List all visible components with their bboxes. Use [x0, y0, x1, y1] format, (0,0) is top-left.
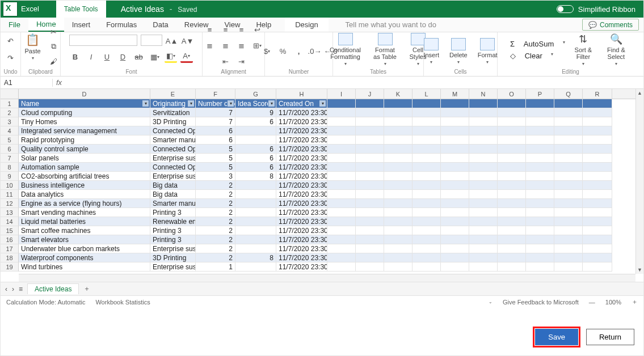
cell[interactable] [441, 163, 469, 172]
table-row[interactable]: 18Waterproof components3D Printing2811/7… [1, 253, 635, 262]
cell[interactable]: Data analytics [19, 190, 150, 199]
cell[interactable] [498, 190, 526, 199]
table-row[interactable]: 16Smart elevatorsPrinting 3211/7/2020 23… [1, 235, 635, 244]
cell[interactable] [554, 154, 583, 163]
save-button[interactable]: Save [535, 329, 578, 345]
cell[interactable] [526, 217, 554, 226]
cell[interactable] [327, 99, 356, 108]
table-row[interactable]: 12Engine as a service (flying hours)Smar… [1, 199, 635, 208]
cell[interactable] [526, 235, 554, 244]
cell[interactable]: 2 [196, 244, 235, 253]
cell[interactable] [356, 244, 384, 253]
table-row[interactable]: 14Liquid metal batteriesRenewable ener21… [1, 217, 635, 226]
cell[interactable]: Servitization [150, 108, 196, 117]
row-header[interactable]: 4 [1, 126, 19, 135]
cell[interactable]: Printing 3 [150, 208, 196, 217]
zoom-in-button[interactable]: ＋ [632, 298, 638, 306]
col-header-P[interactable]: P [526, 89, 554, 99]
cell[interactable] [583, 181, 612, 190]
cell[interactable] [384, 145, 413, 154]
align-middle-button[interactable]: ≡ [220, 23, 232, 36]
cell[interactable]: Engine as a service (flying hours) [19, 199, 150, 208]
cell[interactable]: Smarter manufa [150, 199, 196, 208]
cell[interactable]: Smart vending machines [19, 208, 150, 217]
cell[interactable] [498, 126, 526, 135]
cell[interactable] [441, 172, 469, 181]
col-header-F[interactable]: F [196, 89, 235, 99]
cell[interactable] [384, 253, 413, 262]
cell[interactable] [413, 172, 441, 181]
col-header-K[interactable]: K [384, 89, 413, 99]
cell[interactable] [498, 208, 526, 217]
cell[interactable] [441, 217, 469, 226]
col-header-E[interactable]: E [150, 89, 196, 99]
format-painter-button[interactable]: 🖌 [48, 55, 60, 67]
cell[interactable] [554, 163, 583, 172]
cell[interactable]: 11/7/2020 23:30 [276, 163, 327, 172]
cell[interactable] [327, 154, 356, 163]
cell[interactable] [327, 117, 356, 126]
cell[interactable] [469, 190, 498, 199]
tab-insert[interactable]: Insert [64, 18, 99, 32]
cell[interactable]: 11/7/2020 23:30 [276, 244, 327, 253]
cell[interactable]: Waterproof components [19, 253, 150, 262]
cell[interactable] [469, 226, 498, 235]
cell[interactable] [583, 135, 612, 145]
table-row[interactable]: 7Solar panelsEnterprise susta5611/7/2020… [1, 154, 635, 163]
copy-button[interactable]: ⧉ [48, 40, 60, 53]
cell[interactable]: Liquid metal batteries [19, 217, 150, 226]
table-row[interactable]: 10Business intelligenceBig data211/7/202… [1, 181, 635, 190]
cell[interactable] [583, 117, 612, 126]
cell[interactable]: Connected Oper [150, 126, 196, 135]
cell[interactable] [583, 108, 612, 117]
cell[interactable] [384, 190, 413, 199]
font-size-select[interactable] [141, 35, 162, 46]
cell[interactable] [441, 154, 469, 163]
cell[interactable] [583, 199, 612, 208]
fx-icon[interactable]: fx [53, 78, 65, 87]
cell[interactable] [356, 217, 384, 226]
cell[interactable]: 2 [196, 217, 235, 226]
wrap-text-button[interactable]: ↩ [251, 23, 264, 36]
cell[interactable] [235, 244, 276, 253]
cell[interactable]: 9 [235, 108, 276, 117]
cell[interactable] [384, 208, 413, 217]
row-header[interactable]: 2 [1, 108, 19, 117]
sheet-tab-active[interactable]: Active Ideas [27, 283, 79, 294]
cell[interactable] [469, 253, 498, 262]
cell[interactable]: 2 [196, 190, 235, 199]
row-header[interactable]: 10 [1, 181, 19, 190]
cell[interactable]: Integrated service management [19, 126, 150, 135]
tell-me-search[interactable]: Tell me what you want to do [329, 18, 436, 32]
cell[interactable] [583, 163, 612, 172]
cell[interactable] [498, 253, 526, 262]
cell[interactable] [356, 181, 384, 190]
cell[interactable] [498, 117, 526, 126]
cell[interactable] [554, 172, 583, 181]
cell[interactable] [469, 154, 498, 163]
cell[interactable]: 5 [196, 145, 235, 154]
row-header[interactable]: 8 [1, 163, 19, 172]
zoom-out-button[interactable]: — [589, 299, 595, 306]
cell[interactable]: 11/7/2020 23:30 [276, 235, 327, 244]
cell[interactable]: 3D Printing [150, 117, 196, 126]
cut-button[interactable]: ✂ [48, 26, 60, 38]
cell[interactable]: 3D Printing [150, 253, 196, 262]
align-top-button[interactable]: ≡ [204, 23, 216, 36]
cell[interactable] [554, 190, 583, 199]
cell[interactable] [356, 126, 384, 135]
cell[interactable] [526, 154, 554, 163]
decrease-indent-button[interactable]: ⇤ [220, 55, 232, 67]
cell[interactable]: Connected Oper [150, 145, 196, 154]
cell[interactable] [498, 262, 526, 272]
cell[interactable] [469, 208, 498, 217]
table-row[interactable]: 2Cloud computingServitization7911/7/2020… [1, 108, 635, 117]
row-header[interactable]: 13 [1, 208, 19, 217]
cell[interactable] [384, 99, 413, 108]
cell[interactable] [384, 262, 413, 272]
scroll-up-icon[interactable]: ▲ [636, 89, 643, 97]
cell[interactable] [327, 181, 356, 190]
cell[interactable] [235, 190, 276, 199]
cell[interactable] [413, 145, 441, 154]
cell[interactable] [583, 145, 612, 154]
